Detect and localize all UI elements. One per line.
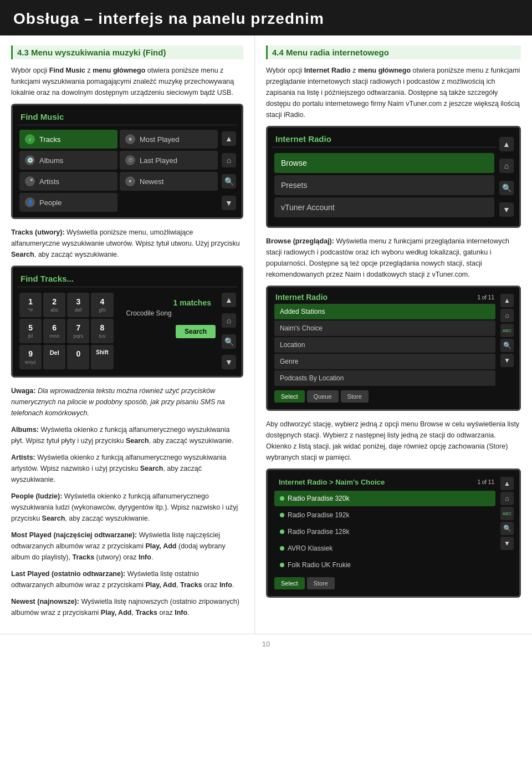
newest-icon: ✦ [125, 176, 135, 186]
ir-list-nav-down[interactable]: ▼ [500, 354, 514, 367]
note-para: Uwaga: Dla wprowadzenia tekstu można rów… [11, 385, 243, 419]
menu-item-newest[interactable]: ✦ Newest [120, 172, 218, 191]
find-tracks-screen: Find Tracks... 1*# 2abc 3def 4ghi 5jkl 6… [11, 266, 243, 378]
tracks-label: Tracks [39, 135, 61, 144]
find-tracks-row: 1*# 2abc 3def 4ghi 5jkl 6mno 7pqrs 8tuv … [17, 291, 237, 371]
tracks-nav-down[interactable]: ▼ [222, 355, 236, 369]
ir-list-row: Internet Radio 1 of 11 Added Stations Na… [272, 292, 515, 405]
ir-nav-search[interactable]: 🔍 [499, 181, 514, 195]
station-dot [280, 496, 284, 501]
key-7[interactable]: 7pqrs [67, 319, 89, 343]
ir-list-item-naims-choice[interactable]: Naim's Choice [274, 320, 495, 336]
naims-nav-up[interactable]: ▲ [500, 477, 514, 490]
key-del[interactable]: Del [43, 345, 65, 369]
ir-nav-down[interactable]: ▼ [499, 202, 514, 217]
most-played-label: Most Played [140, 135, 180, 144]
menu-item-people[interactable]: 👤 People [19, 193, 117, 212]
section-right-title: 4.4 Menu radia internetowego [266, 45, 521, 59]
radio-item-vtuner[interactable]: vTuner Account [274, 197, 494, 217]
menu-item-tracks[interactable]: ♪ Tracks [19, 130, 117, 149]
nav-up-btn[interactable]: ▲ [222, 131, 236, 146]
people-para: People (ludzie): Wyświetla okienko z fun… [11, 491, 243, 524]
station-radio-paradise-128k[interactable]: Radio Paradise 128k [274, 524, 495, 539]
key-8[interactable]: 8tuv [91, 319, 113, 343]
search-button[interactable]: Search [176, 325, 216, 338]
station-label-4: AVRO Klassiek [288, 544, 332, 552]
last-played-para: Last Played (ostatnio odtwarzane): Wyświ… [11, 568, 243, 590]
naims-nav-abc[interactable]: ABC [500, 507, 514, 520]
station-radio-paradise-320k[interactable]: Radio Paradise 320k [274, 491, 495, 506]
nav-search-btn[interactable]: 🔍 [222, 174, 236, 189]
ir-menu: Internet Radio Browse Presets vTuner Acc… [272, 132, 497, 222]
page-number: 10 [0, 634, 532, 653]
section-right-intro: Wybór opcji Internet Radio z menu główne… [266, 65, 521, 120]
naims-nav-search[interactable]: 🔍 [500, 522, 514, 535]
tracks-nav-up[interactable]: ▲ [222, 293, 236, 307]
ir-title: Internet Radio [272, 132, 497, 147]
nav-home-btn[interactable]: ⌂ [222, 153, 236, 167]
naims-nav-down[interactable]: ▼ [500, 537, 514, 550]
ir-list-item-genre[interactable]: Genre [274, 354, 495, 369]
search-btn-row: Search [120, 323, 218, 340]
station-avro-klassiek[interactable]: AVRO Klassiek [274, 541, 495, 556]
select-button[interactable]: Select [274, 390, 305, 403]
artists-para: Artists: Wyświetla okienko z funkcją alf… [11, 452, 243, 485]
main-content: 4.3 Menu wyszukiwania muzyki (Find) Wybó… [0, 35, 532, 634]
last-played-icon: ⏱ [125, 155, 135, 165]
ir-list-nav-up[interactable]: ▲ [500, 294, 514, 307]
naims-nav-home[interactable]: ⌂ [500, 492, 514, 505]
queue-button[interactable]: Queue [307, 390, 339, 403]
newest-label: Newest [140, 177, 163, 186]
tracks-nav-search[interactable]: 🔍 [222, 334, 236, 349]
albums-icon: 💿 [25, 155, 35, 165]
ir-side-nav: ▲ ⌂ 🔍 ▼ [498, 132, 515, 222]
key-4[interactable]: 4ghi [91, 293, 113, 317]
ir-nav-home[interactable]: ⌂ [499, 159, 514, 173]
key-0[interactable]: 0 [67, 345, 89, 369]
menu-item-last-played[interactable]: ⏱ Last Played [120, 151, 218, 170]
naims-main: Internet Radio > Naim's Choice 1 of 11 R… [272, 475, 498, 592]
station-dot-3 [280, 530, 284, 534]
albums-para: Albums: Wyświetla okienko z funkcją alfa… [11, 424, 243, 446]
radio-item-browse[interactable]: Browse [274, 153, 494, 173]
ir-list-item-podcasts[interactable]: Podcasts By Location [274, 370, 495, 386]
key-2[interactable]: 2abc [43, 293, 65, 317]
menu-item-artists[interactable]: 🎤 Artists [19, 172, 117, 191]
menu-item-albums[interactable]: 💿 Albums [19, 151, 117, 170]
find-music-screen: Find Music ♪ Tracks ★ Most Played [11, 104, 243, 219]
ir-list-nav-abc[interactable]: ABC [500, 324, 514, 337]
key-5[interactable]: 5jkl [19, 319, 42, 343]
naims-store-button[interactable]: Store [307, 577, 335, 589]
store-button[interactable]: Store [341, 390, 369, 403]
key-3[interactable]: 3def [67, 293, 89, 317]
tracks-nav-home[interactable]: ⌂ [222, 313, 236, 328]
most-played-para: Most Played (najczęściej odtwarzane): Wy… [11, 530, 243, 563]
ir-list-title: Internet Radio [275, 293, 328, 302]
naims-select-button[interactable]: Select [274, 577, 305, 589]
ir-list-item-location[interactable]: Location [274, 337, 495, 353]
most-played-icon: ★ [125, 134, 135, 144]
key-6[interactable]: 6mno [43, 319, 65, 343]
last-played-label: Last Played [140, 156, 177, 165]
find-tracks-side-nav: ▲ ⌂ 🔍 ▼ [222, 291, 237, 371]
key-9[interactable]: 9wxyz [19, 345, 42, 369]
ir-list-counter: 1 of 11 [477, 294, 494, 301]
search-result-area: 1 matches Crocodile Song [122, 295, 216, 320]
ir-list-nav-home[interactable]: ⌂ [500, 309, 514, 322]
station-label-2: Radio Paradise 192k [288, 511, 349, 519]
find-tracks-title: Find Tracks... [17, 272, 237, 287]
ir-nav-up[interactable]: ▲ [499, 137, 514, 151]
key-1[interactable]: 1*# [19, 293, 42, 317]
station-folk-radio-uk[interactable]: Folk Radio UK Frukie [274, 557, 495, 573]
station-label: Radio Paradise 320k [288, 495, 349, 502]
menu-item-most-played[interactable]: ★ Most Played [120, 130, 218, 149]
nav-down-btn[interactable]: ▼ [222, 196, 236, 210]
people-label: People [39, 198, 62, 207]
station-radio-paradise-192k[interactable]: Radio Paradise 192k [274, 507, 495, 523]
ir-list-nav-search[interactable]: 🔍 [500, 339, 514, 352]
ir-list-item-added-stations[interactable]: Added Stations [274, 304, 495, 319]
radio-item-presets[interactable]: Presets [274, 175, 494, 195]
station-label-3: Radio Paradise 128k [288, 528, 349, 536]
key-shift[interactable]: Shift [91, 345, 113, 369]
newest-para: Newest (najnowsze): Wyświetla listę najn… [11, 596, 243, 618]
